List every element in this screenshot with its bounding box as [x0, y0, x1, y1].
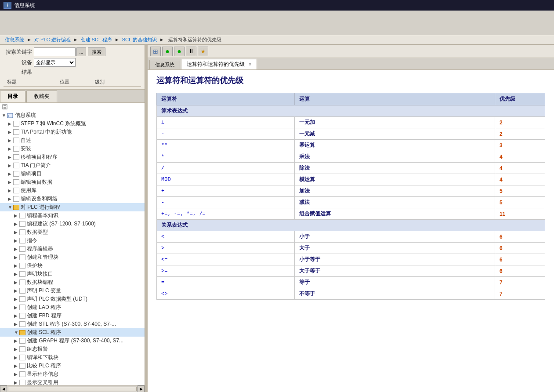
- right-toolbar: ⊞ ● ● ⏸ ★: [148, 45, 554, 58]
- tab-info-system[interactable]: 信息系统: [149, 60, 180, 69]
- table-row: = 等于 7: [157, 277, 545, 288]
- page-icon: [19, 346, 25, 352]
- table-row: +=, -=, *=, /= 组合赋值运算 11: [157, 208, 545, 220]
- tree-root[interactable]: ▼ i 信息系统: [0, 111, 145, 120]
- left-panel: 搜索关键字 ... 搜索 设备 全部显示 结果 标题 位置 级别 目录: [0, 45, 145, 392]
- title-bar: i 信息系统: [0, 0, 554, 11]
- tree-item[interactable]: ▶ 安装: [0, 145, 145, 153]
- table-row: - 一元减 2: [157, 128, 545, 140]
- tree-item[interactable]: ▶ 组态报警: [0, 345, 145, 353]
- page-icon: [19, 338, 25, 344]
- op-link[interactable]: ±: [161, 120, 164, 126]
- scroll-right-btn[interactable]: ▶: [138, 385, 145, 392]
- op-link[interactable]: >: [161, 245, 164, 251]
- root-arrow: ▼: [2, 113, 7, 118]
- tree-item[interactable]: ▶ 程序编辑器: [0, 245, 145, 253]
- tree-item[interactable]: ▶ 创建 FBD 程序: [0, 312, 145, 320]
- tree-item[interactable]: ▶ 自述: [0, 136, 145, 145]
- op-link[interactable]: <: [161, 234, 164, 240]
- tree-item[interactable]: ▶ 声明 PLC 变量: [0, 287, 145, 295]
- tree-item[interactable]: ▶ 保护块: [0, 261, 145, 270]
- tree-item[interactable]: ▶ 创建 GRAPH 程序 (S7-300, S7-400, S7...: [0, 337, 145, 345]
- tree-item[interactable]: ▶ 使用库: [0, 186, 145, 195]
- tab-current[interactable]: 运算符和运算符的优先级 ×: [181, 59, 257, 69]
- op-link[interactable]: =: [161, 279, 164, 286]
- right-panel: ⊞ ● ● ⏸ ★ 信息系统 运算符和运算符的优先级 × 运算符和运算符的优先级…: [148, 45, 554, 392]
- tree-item[interactable]: ▶ 创建 LAD 程序: [0, 303, 145, 312]
- page-icon: [13, 188, 19, 193]
- tree-item[interactable]: ▶ 编程基本知识: [0, 211, 145, 220]
- tree-item[interactable]: ▶ 创建 STL 程序 (S7-300, S7-400, S7-...: [0, 320, 145, 328]
- tree-item[interactable]: ▶ STEP 7 和 WinCC 系统概览: [0, 120, 145, 128]
- tree-item[interactable]: ▶ 移植项目和程序: [0, 153, 145, 161]
- op-link[interactable]: +=, -=, *=, /=: [161, 211, 206, 217]
- page-icon: [13, 154, 19, 160]
- tree-item[interactable]: ▶ 编辑项目: [0, 170, 145, 178]
- tree-item-scl[interactable]: ▼ 创建 SCL 程序: [0, 328, 145, 337]
- table-row: / 除法 4: [157, 163, 545, 174]
- search-button[interactable]: 搜索: [88, 47, 105, 56]
- device-label: 设备: [4, 59, 32, 66]
- nav-icon[interactable]: ⊞: [150, 47, 161, 56]
- tab-toc[interactable]: 目录: [0, 91, 25, 102]
- tree-item[interactable]: ▶ TIA 门户简介: [0, 161, 145, 170]
- forward-green-btn[interactable]: ●: [162, 47, 173, 56]
- op-link[interactable]: MOD: [161, 177, 171, 183]
- tree-item[interactable]: ▶ TIA Portal 中的新功能: [0, 128, 145, 136]
- tree-area[interactable]: ▼ i 信息系统 ▶ STEP 7 和 WinCC 系统概览 ▶ TIA Por…: [0, 103, 145, 385]
- root-icon: i: [7, 113, 14, 119]
- tree-item[interactable]: ▶ 编辑设备和网络: [0, 195, 145, 203]
- star-btn[interactable]: ★: [198, 47, 208, 56]
- breadcrumb-link-1[interactable]: 对 PLC 进行编程: [34, 37, 71, 42]
- op-link[interactable]: <=: [161, 257, 167, 263]
- result-label: 结果: [4, 69, 32, 76]
- tree-hscroll[interactable]: ◀ ▶: [0, 385, 145, 392]
- op-link[interactable]: <>: [161, 291, 167, 297]
- pause-btn[interactable]: ⏸: [186, 47, 196, 56]
- search-input[interactable]: [34, 47, 76, 56]
- breadcrumb-link-0[interactable]: 信息系统: [5, 37, 24, 42]
- tree-item[interactable]: ▶ 编程建议 (S7-1200, S7-1500): [0, 220, 145, 228]
- tab-bookmarks[interactable]: 收藏夹: [26, 91, 57, 102]
- forward-green2-btn[interactable]: ●: [174, 47, 185, 56]
- page-icon: [19, 371, 25, 377]
- tree-item[interactable]: ▶ 显示程序信息: [0, 370, 145, 378]
- table-row: ** 幂运算 3: [157, 140, 545, 151]
- tree-item[interactable]: ▶ 编辑项目数据: [0, 178, 145, 186]
- breadcrumb-link-3[interactable]: SCL 的基础知识: [122, 37, 157, 42]
- device-select[interactable]: 全部显示: [34, 58, 76, 67]
- tree-item[interactable]: ▶ 创建和管理块: [0, 253, 145, 261]
- op-link[interactable]: -: [161, 131, 164, 137]
- op-link[interactable]: **: [161, 142, 167, 149]
- page-icon: [19, 221, 25, 227]
- tree-item[interactable]: ▶ 数据块编程: [0, 278, 145, 287]
- tree-item[interactable]: ▶ 数据类型: [0, 228, 145, 236]
- tree-item[interactable]: ▶ 声明 PLC 数据类型 (UDT): [0, 295, 145, 303]
- page-icon: [19, 296, 25, 302]
- table-row: + 加法 5: [157, 185, 545, 197]
- col-calc-header: 运算: [294, 93, 495, 105]
- tree-item[interactable]: ▶ 编译和下载块: [0, 353, 145, 362]
- op-link[interactable]: >=: [161, 268, 167, 274]
- scroll-left-btn[interactable]: ◀: [0, 385, 7, 392]
- hscroll-thumb[interactable]: [8, 387, 137, 391]
- tree-root-label: 信息系统: [15, 112, 36, 119]
- search-area: 搜索关键字 ... 搜索 设备 全部显示 结果 标题 位置 级别: [0, 45, 145, 90]
- content-area: 运算符和运算符的优先级 运算符 运算 优先级 算术表达式 ±: [148, 70, 554, 392]
- breadcrumb-link-2[interactable]: 创建 SCL 程序: [81, 37, 112, 42]
- col-level-header: 级别: [95, 79, 117, 85]
- tree-item[interactable]: ▶ 显示交叉引用: [0, 378, 145, 385]
- keyword-label: 搜索关键字: [4, 48, 32, 56]
- page-title: 运算符和运算符的优先级: [156, 75, 545, 86]
- left-tabs: 目录 收藏夹: [0, 90, 145, 103]
- tree-item[interactable]: ▶ 比较 PLC 程序: [0, 362, 145, 370]
- page-icon: [13, 138, 19, 143]
- page-icon: [19, 229, 25, 235]
- page-icon: [19, 238, 25, 243]
- tab-close-btn[interactable]: ×: [249, 62, 251, 67]
- browse-button[interactable]: ...: [76, 47, 86, 56]
- tree-item[interactable]: ▶ 声明块接口: [0, 270, 145, 278]
- tree-item[interactable]: ▶ 指令: [0, 236, 145, 245]
- tree-item-plc[interactable]: ▼ 对 PLC 进行编程: [0, 203, 145, 211]
- col-op-header: 运算符: [157, 93, 295, 105]
